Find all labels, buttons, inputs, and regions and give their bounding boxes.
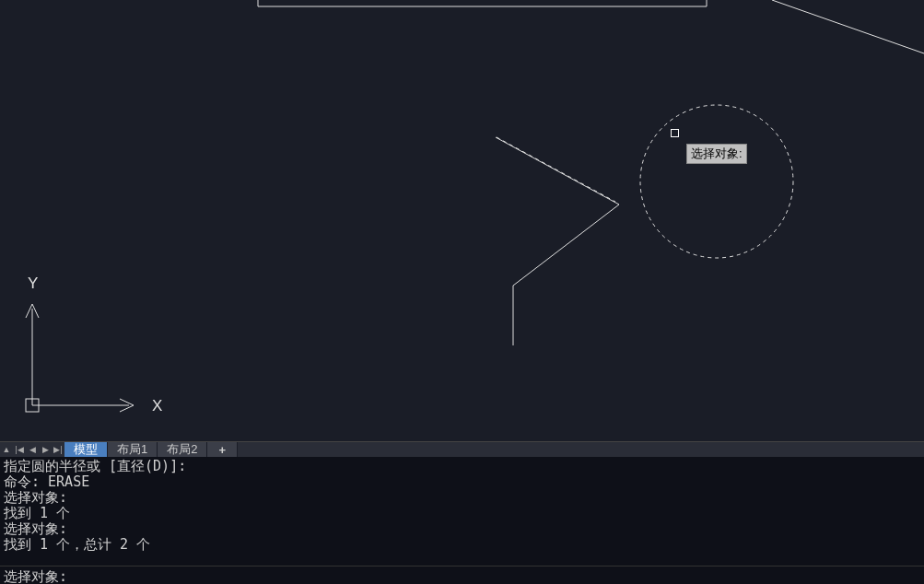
history-line: 选择对象: bbox=[4, 490, 920, 506]
command-history[interactable]: 指定圆的半径或 [直径(D)]: 命令: ERASE 选择对象: 找到 1 个 … bbox=[0, 457, 924, 566]
tab-nav-next[interactable]: ▶ bbox=[39, 443, 52, 457]
tab-nav-prev[interactable]: ◀ bbox=[26, 443, 39, 457]
tab-model[interactable]: 模型 bbox=[64, 442, 108, 457]
tab-layout1[interactable]: 布局1 bbox=[108, 442, 158, 457]
ucs-icon: X Y bbox=[18, 276, 166, 427]
pick-box-cursor bbox=[671, 129, 679, 137]
history-line: 命令: ERASE bbox=[4, 474, 920, 490]
tab-nav-first[interactable]: |◀ bbox=[13, 443, 26, 457]
history-line: 找到 1 个，总计 2 个 bbox=[4, 537, 920, 553]
x-axis-label: X bbox=[152, 397, 162, 415]
command-prompt: 选择对象: bbox=[4, 568, 67, 584]
tab-nav-up[interactable]: ▲ bbox=[0, 443, 13, 457]
svg-point-1 bbox=[640, 105, 793, 258]
tab-layout2[interactable]: 布局2 bbox=[158, 442, 207, 457]
history-line: 找到 1 个 bbox=[4, 506, 920, 521]
tab-add[interactable]: + bbox=[207, 442, 238, 457]
selection-tooltip: 选择对象: bbox=[686, 144, 747, 164]
layout-tabs-bar: ▲ |◀ ◀ ▶ ▶| 模型 布局1 布局2 + bbox=[0, 441, 924, 457]
y-axis-label: Y bbox=[28, 276, 38, 292]
svg-line-0 bbox=[497, 137, 615, 202]
history-line: 选择对象: bbox=[4, 521, 920, 537]
command-input[interactable]: 选择对象: bbox=[0, 566, 924, 584]
tooltip-text: 选择对象: bbox=[691, 146, 743, 160]
history-line: 指定圆的半径或 [直径(D)]: bbox=[4, 459, 920, 474]
tab-nav-last[interactable]: ▶| bbox=[52, 443, 64, 457]
drawing-canvas[interactable]: 选择对象: X Y bbox=[0, 0, 924, 441]
